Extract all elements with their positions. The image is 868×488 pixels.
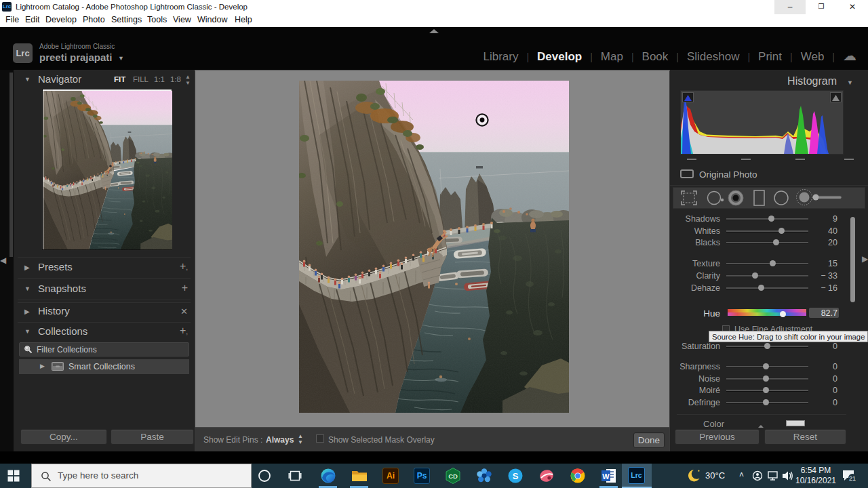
svg-text:CD: CD (448, 472, 458, 480)
svg-text:S: S (513, 471, 519, 481)
svg-text:W: W (602, 472, 610, 481)
svg-text:21: 21 (849, 475, 856, 482)
